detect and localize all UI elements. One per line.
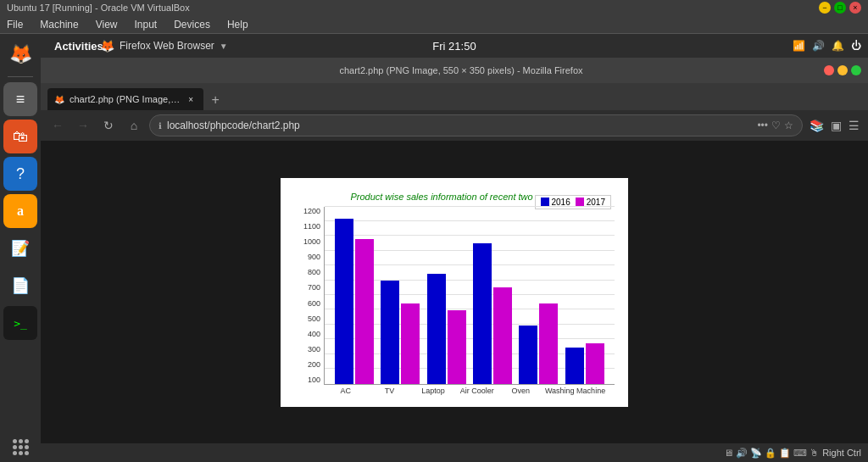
y-800: 800 xyxy=(308,268,320,276)
menu-icon[interactable]: ☰ xyxy=(847,117,861,134)
maximize-button[interactable]: □ xyxy=(834,2,846,14)
legend-color-2017 xyxy=(576,198,584,206)
dots-menu[interactable]: ••• xyxy=(757,120,768,131)
menu-devices[interactable]: Devices xyxy=(170,17,214,32)
bar-group xyxy=(427,274,466,384)
bar-2016 xyxy=(565,348,584,383)
browser-close[interactable] xyxy=(824,65,834,75)
x-label: Air Cooler xyxy=(458,387,497,395)
bar-group xyxy=(519,303,558,383)
status-icons: 🖥 🔊 📡 🔒 📋 ⌨ 🖱 xyxy=(724,448,819,459)
firefox-icon: 🦊 xyxy=(9,43,32,65)
bar-group xyxy=(473,243,512,384)
bookmark-icon[interactable]: ♡ xyxy=(771,120,781,131)
bar-2016 xyxy=(427,274,446,384)
status-bar: 🖥 🔊 📡 🔒 📋 ⌨ 🖱 Right Ctrl xyxy=(41,443,868,462)
sidebar-files[interactable]: ≡ xyxy=(3,82,37,116)
bar-2016 xyxy=(473,243,492,384)
amazon-icon: a xyxy=(17,203,24,219)
sidebar-apps-grid[interactable] xyxy=(13,439,29,455)
y-500: 500 xyxy=(308,314,320,323)
bar-group xyxy=(565,343,604,383)
sidebar-toggle[interactable]: ▣ xyxy=(829,117,843,134)
lock-icon: ℹ xyxy=(159,121,162,131)
sidebar-help[interactable]: ? xyxy=(3,157,37,191)
address-bar: ← → ↻ ⌂ ℹ localhost/phpcode/chart2.php •… xyxy=(41,110,868,141)
sidebar-file[interactable]: 📄 xyxy=(3,269,37,303)
terminal-icon: >_ xyxy=(14,317,27,330)
x-label: Oven xyxy=(501,387,540,395)
reload-button[interactable]: ↻ xyxy=(98,115,119,136)
firefox-dropdown[interactable]: ▼ xyxy=(220,42,228,51)
bar-2017 xyxy=(401,303,420,383)
ubuntu-datetime: Fri 21:50 xyxy=(432,40,476,53)
y-600: 600 xyxy=(308,299,320,308)
sidebar-divider-1 xyxy=(8,76,33,77)
tabs-bar: 🦊 chart2.php (PNG Image,… × + xyxy=(41,83,868,110)
file-icon: 📄 xyxy=(11,276,30,295)
y-900: 900 xyxy=(308,253,320,261)
browser-window: Activities 🦊 Firefox Web Browser ▼ Fri 2… xyxy=(41,34,868,462)
y-100: 100 xyxy=(308,376,320,384)
sidebar-editor[interactable]: 📝 xyxy=(3,231,37,265)
x-label: Washing Machine xyxy=(545,387,605,395)
bar-2016 xyxy=(519,326,537,383)
menu-input[interactable]: Input xyxy=(131,17,161,32)
chart-area: 1200 1100 1000 900 800 700 600 500 400 3… xyxy=(294,207,615,385)
y-1100: 1100 xyxy=(303,222,320,231)
bar-2017 xyxy=(586,343,604,383)
bar-2016 xyxy=(381,281,399,384)
firefox-indicator: 🦊 xyxy=(100,39,114,53)
y-400: 400 xyxy=(308,330,320,338)
tab-label: chart2.php (PNG Image,… xyxy=(70,94,180,104)
x-label: TV xyxy=(370,387,409,395)
new-tab-button[interactable]: + xyxy=(205,90,225,110)
sidebar-terminal[interactable]: >_ xyxy=(3,306,37,340)
browser-title: chart2.php (PNG Image, 550 × 350 pixels)… xyxy=(98,65,824,75)
tab-chart2[interactable]: 🦊 chart2.php (PNG Image,… × xyxy=(47,88,203,110)
back-button[interactable]: ← xyxy=(47,115,68,136)
volume-icon: 🔊 xyxy=(812,40,825,52)
menu-view[interactable]: View xyxy=(92,17,121,32)
browser-title-bar: chart2.php (PNG Image, 550 × 350 pixels)… xyxy=(41,58,868,83)
y-axis: 1200 1100 1000 900 800 700 600 500 400 3… xyxy=(294,207,324,385)
bar-2017 xyxy=(448,310,466,383)
status-right-text: Right Ctrl xyxy=(822,448,861,458)
bar-2016 xyxy=(335,219,353,384)
sidebar-amazon[interactable]: a xyxy=(3,194,37,228)
virtualbox-menu-bar: File Machine View Input Devices Help xyxy=(0,15,868,34)
address-input[interactable]: ℹ localhost/phpcode/chart2.php ••• ♡ ☆ xyxy=(149,114,803,136)
address-right-icons: ••• ♡ ☆ xyxy=(757,120,793,131)
bar-group xyxy=(381,281,420,384)
close-button[interactable]: × xyxy=(849,2,861,14)
forward-button[interactable]: → xyxy=(73,115,93,136)
minimize-button[interactable]: − xyxy=(819,2,831,14)
bar-group xyxy=(335,219,374,384)
bar-2017 xyxy=(539,303,558,383)
home-button[interactable]: ⌂ xyxy=(124,115,144,136)
star-icon[interactable]: ☆ xyxy=(784,120,793,131)
sidebar-appstore[interactable]: 🛍 xyxy=(3,120,37,153)
tab-favicon: 🦊 xyxy=(54,95,64,104)
chart-plot xyxy=(324,207,615,385)
ubuntu-sidebar: 🦊 ≡ 🛍 ? a 📝 📄 >_ xyxy=(0,34,41,462)
bar-2017 xyxy=(355,239,374,384)
browser-maximize[interactable] xyxy=(851,65,861,75)
menu-file[interactable]: File xyxy=(3,17,26,32)
menu-machine[interactable]: Machine xyxy=(36,17,81,32)
power-icon: ⏻ xyxy=(851,40,861,52)
network-icon: 📶 xyxy=(793,40,805,52)
browser-minimize[interactable] xyxy=(837,65,848,75)
chart-container: Product wise sales information of recent… xyxy=(281,178,628,407)
sidebar-firefox[interactable]: 🦊 xyxy=(3,37,37,71)
ubuntu-tray: 📶 🔊 🔔 ⏻ xyxy=(793,40,861,52)
browser-window-controls xyxy=(824,65,861,75)
main-layout: 🦊 ≡ 🛍 ? a 📝 📄 >_ xyxy=(0,34,868,462)
library-icon[interactable]: 📚 xyxy=(808,117,826,134)
toolbar-right: 📚 ▣ ☰ xyxy=(808,117,861,134)
tab-close-button[interactable]: × xyxy=(185,93,197,105)
editor-icon: 📝 xyxy=(11,239,30,258)
menu-help[interactable]: Help xyxy=(224,17,252,32)
url-text: localhost/phpcode/chart2.php xyxy=(167,120,752,131)
appstore-icon: 🛍 xyxy=(13,128,28,146)
